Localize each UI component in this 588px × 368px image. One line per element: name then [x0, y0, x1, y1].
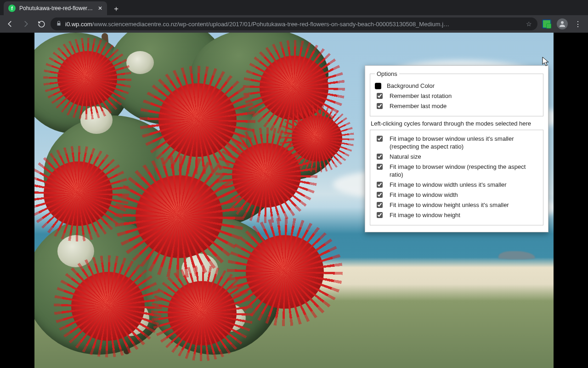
- option-label: Remember last mode: [390, 102, 447, 110]
- mode-row: Fit image to window width unless it's sm…: [375, 180, 538, 190]
- mode-checkbox[interactable]: [377, 212, 383, 218]
- mode-row: Fit image to window height unless it's s…: [375, 200, 538, 210]
- address-bar[interactable]: i0.wp.com/www.sciencemediacentre.co.nz/w…: [51, 17, 537, 30]
- modes-fieldset: Fit image to browser window unless it's …: [370, 130, 543, 225]
- extension-popup: Options Background ColorRemember last ro…: [365, 65, 548, 232]
- url-path: /www.sciencemediacentre.co.nz/wp-content…: [92, 21, 450, 28]
- mode-label: Fit image to window width: [390, 191, 458, 199]
- profile-button[interactable]: [556, 17, 569, 30]
- page-viewport: Options Background ColorRemember last ro…: [0, 33, 588, 368]
- back-button[interactable]: [4, 17, 17, 30]
- extension-button[interactable]: [540, 17, 553, 30]
- mode-label: Natural size: [390, 153, 421, 161]
- extension-icon: [542, 19, 551, 29]
- background-color-swatch[interactable]: [375, 83, 381, 89]
- bookmark-star-icon[interactable]: ☆: [526, 20, 532, 28]
- reload-button[interactable]: [35, 17, 48, 30]
- favicon: f: [8, 5, 16, 12]
- mode-checkbox[interactable]: [377, 182, 383, 188]
- option-row: Background Color: [375, 81, 538, 91]
- browser-toolbar: i0.wp.com/www.sciencemediacentre.co.nz/w…: [0, 15, 588, 33]
- url-text: i0.wp.com/www.sciencemediacentre.co.nz/w…: [65, 21, 522, 28]
- mode-row: Fit image to window width: [375, 190, 538, 200]
- close-tab-icon[interactable]: ✕: [98, 5, 102, 12]
- option-label: Remember last rotation: [390, 92, 452, 100]
- mode-row: Fit image to window height: [375, 210, 538, 220]
- mode-label: Fit image to browser window unless it's …: [390, 135, 538, 151]
- mode-label: Fit image to window height: [390, 211, 460, 219]
- mode-checkbox[interactable]: [377, 164, 383, 170]
- modes-note: Left-clicking cycles forward through the…: [370, 116, 543, 130]
- option-checkbox[interactable]: [377, 93, 383, 99]
- options-fieldset: Options Background ColorRemember last ro…: [370, 70, 543, 116]
- mode-row: Fit image to browser window unless it's …: [375, 134, 538, 152]
- mode-checkbox[interactable]: [377, 202, 383, 208]
- mode-label: Fit image to window width unless it's sm…: [390, 181, 507, 189]
- mode-checkbox[interactable]: [377, 192, 383, 198]
- lock-icon: [56, 21, 62, 28]
- mode-row: Natural size: [375, 152, 538, 162]
- mode-label: Fit image to browser window (respecting …: [390, 163, 538, 179]
- mode-label: Fit image to window height unless it's s…: [390, 201, 509, 209]
- mode-checkbox[interactable]: [377, 154, 383, 160]
- options-legend: Options: [375, 70, 399, 77]
- photo-foliage: [34, 33, 347, 368]
- chrome-menu-button[interactable]: ⋮: [571, 17, 584, 30]
- new-tab-button[interactable]: ＋: [110, 2, 123, 15]
- forward-button[interactable]: [19, 17, 32, 30]
- browser-tab[interactable]: f Pohutukawa-tree-red-flowers-o… ✕: [4, 1, 107, 15]
- tab-strip: f Pohutukawa-tree-red-flowers-o… ✕ ＋: [0, 0, 588, 15]
- option-row: Remember last rotation: [375, 91, 538, 101]
- option-checkbox[interactable]: [377, 103, 383, 109]
- option-label: Background Color: [387, 82, 435, 90]
- url-host: i0.wp.com: [65, 21, 92, 28]
- mode-checkbox[interactable]: [377, 136, 383, 142]
- tab-title: Pohutukawa-tree-red-flowers-o…: [19, 5, 94, 12]
- mode-row: Fit image to browser window (respecting …: [375, 162, 538, 180]
- avatar-icon: [557, 18, 568, 29]
- svg-point-0: [561, 21, 564, 24]
- option-row: Remember last mode: [375, 101, 538, 111]
